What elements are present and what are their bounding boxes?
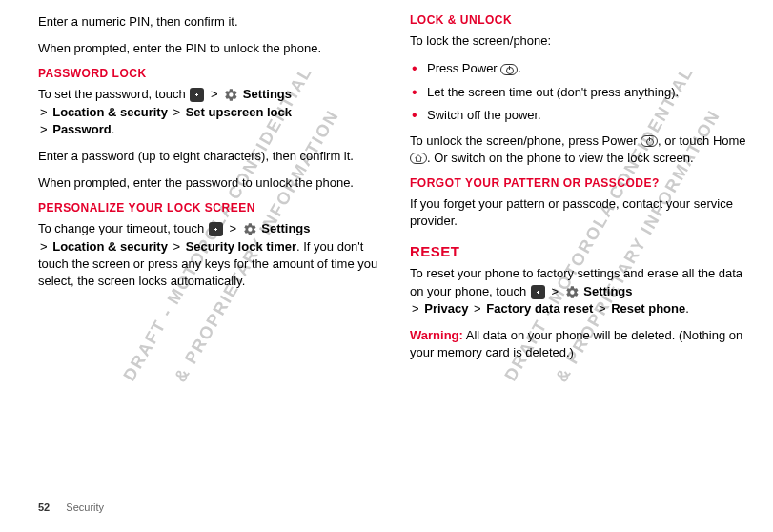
settings-label: Settings bbox=[261, 221, 310, 235]
gear-icon bbox=[565, 285, 580, 299]
text: To change your timeout, touch bbox=[38, 221, 208, 235]
gear-icon bbox=[224, 88, 238, 102]
page-number: 52 bbox=[38, 501, 50, 513]
breadcrumb-gt: > bbox=[211, 87, 218, 101]
paragraph: If you forget your pattern or passcode, … bbox=[410, 195, 753, 230]
list-item: Switch off the power. bbox=[410, 106, 753, 125]
menu-path: Location & security bbox=[52, 239, 168, 254]
paragraph: Warning: All data on your phone will be … bbox=[410, 327, 753, 361]
heading-lock-unlock: LOCK & UNLOCK bbox=[410, 13, 753, 27]
menu-path: Reset phone bbox=[611, 301, 685, 316]
text: . Or switch on the phone to view the loc… bbox=[427, 151, 694, 165]
apps-icon bbox=[531, 285, 545, 299]
paragraph: To unlock the screen/phone, press Power … bbox=[410, 133, 753, 167]
menu-path: Password bbox=[52, 122, 111, 136]
bullet-list: Press Power . Let the screen time out (d… bbox=[410, 59, 753, 125]
menu-path: Location & security bbox=[52, 105, 168, 119]
breadcrumb-gt: > bbox=[551, 284, 559, 298]
menu-path: Security lock timer bbox=[186, 239, 296, 254]
breadcrumb-gt: > bbox=[599, 301, 606, 316]
paragraph: To set the password, touch > Settings > … bbox=[38, 86, 381, 138]
heading-reset: RESET bbox=[410, 243, 753, 259]
heading-personalize: PERSONALIZE YOUR LOCK SCREEN bbox=[38, 201, 381, 215]
section-name: Security bbox=[66, 501, 104, 513]
menu-path: Privacy bbox=[424, 301, 468, 316]
home-icon bbox=[410, 153, 427, 164]
paragraph: To lock the screen/phone: bbox=[410, 32, 753, 50]
breadcrumb-gt: > bbox=[173, 105, 180, 119]
breadcrumb-gt: > bbox=[40, 239, 48, 254]
breadcrumb-gt: > bbox=[40, 122, 48, 136]
breadcrumb-gt: > bbox=[173, 239, 180, 254]
paragraph: To change your timeout, touch > Settings… bbox=[38, 220, 381, 290]
heading-forgot: FORGOT YOUR PATTERN OR PASSCODE? bbox=[410, 176, 753, 190]
text: . bbox=[518, 61, 521, 75]
breadcrumb-gt: > bbox=[40, 105, 48, 119]
text: To set the password, touch bbox=[38, 87, 189, 101]
right-column: LOCK & UNLOCK To lock the screen/phone: … bbox=[410, 13, 753, 509]
text: To unlock the screen/phone, press Power bbox=[410, 133, 641, 148]
settings-label: Settings bbox=[583, 284, 632, 298]
text: Press Power bbox=[427, 61, 500, 75]
text: . bbox=[685, 301, 689, 316]
settings-label: Settings bbox=[243, 87, 292, 101]
gear-icon bbox=[243, 222, 257, 236]
menu-path: Set upscreen lock bbox=[186, 105, 292, 119]
text: , or touch Home bbox=[658, 133, 746, 148]
paragraph: When prompted, enter the password to unl… bbox=[38, 174, 381, 192]
paragraph: Enter a numeric PIN, then confirm it. bbox=[38, 13, 381, 31]
apps-icon bbox=[209, 222, 223, 236]
paragraph: When prompted, enter the PIN to unlock t… bbox=[38, 40, 381, 57]
power-icon bbox=[641, 135, 658, 147]
list-item: Let the screen time out (don't press any… bbox=[410, 83, 753, 102]
paragraph: To reset your phone to factory settings … bbox=[410, 265, 753, 317]
warning-label: Warning: bbox=[410, 328, 463, 342]
menu-path: Factory data reset bbox=[486, 301, 593, 316]
power-icon bbox=[500, 64, 518, 75]
breadcrumb-gt: > bbox=[229, 221, 236, 235]
list-item: Press Power . bbox=[410, 59, 753, 78]
heading-password-lock: PASSWORD LOCK bbox=[38, 67, 381, 80]
text: . bbox=[112, 122, 115, 136]
page-footer: 52 Security bbox=[38, 501, 104, 513]
paragraph: Enter a password (up to eight characters… bbox=[38, 148, 381, 165]
breadcrumb-gt: > bbox=[474, 301, 481, 316]
apps-icon bbox=[190, 88, 204, 102]
left-column: Enter a numeric PIN, then confirm it. Wh… bbox=[38, 13, 381, 509]
breadcrumb-gt: > bbox=[412, 301, 419, 316]
